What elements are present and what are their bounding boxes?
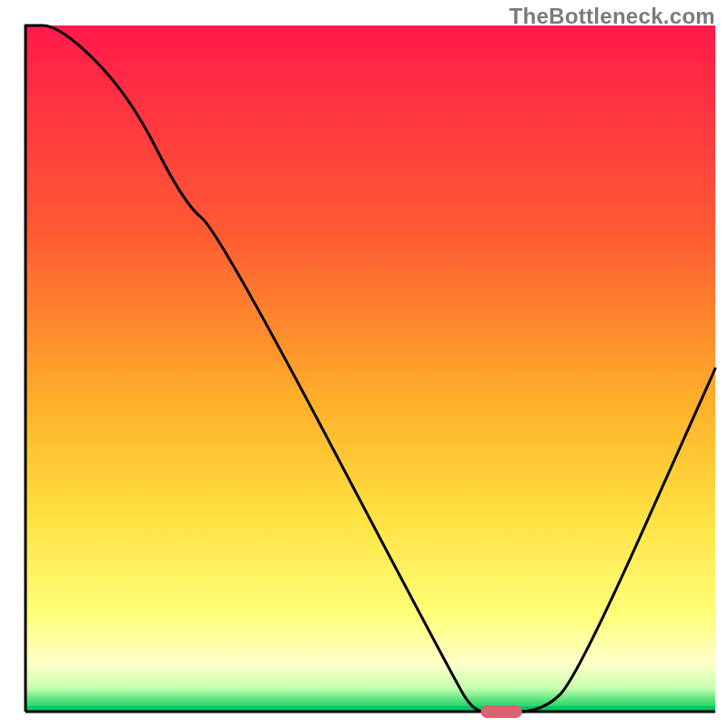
bottleneck-chart — [0, 0, 728, 728]
watermark-text: TheBottleneck.com — [510, 4, 715, 29]
chart-container: { "watermark": "TheBottleneck.com", "cha… — [0, 0, 728, 728]
optimal-marker — [480, 705, 521, 718]
gradient-background — [25, 25, 715, 712]
